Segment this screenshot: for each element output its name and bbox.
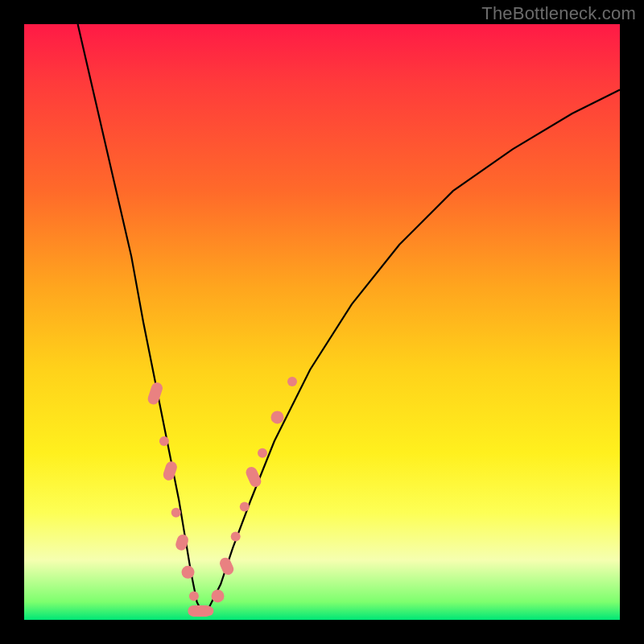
data-marker bbox=[287, 377, 297, 386]
data-marker bbox=[240, 502, 250, 511]
chart-frame: TheBottleneck.com bbox=[0, 0, 644, 644]
data-marker bbox=[171, 508, 181, 518]
data-marker bbox=[182, 566, 195, 579]
data-marker bbox=[271, 411, 284, 423]
watermark-text: TheBottleneck.com bbox=[481, 3, 636, 24]
data-marker bbox=[231, 531, 241, 541]
data-marker bbox=[258, 448, 267, 458]
data-marker bbox=[147, 381, 164, 406]
curve-svg bbox=[24, 24, 620, 620]
plot-area bbox=[24, 24, 620, 620]
data-marker bbox=[212, 589, 225, 602]
data-marker bbox=[162, 460, 179, 481]
data-marker bbox=[159, 436, 169, 446]
data-marker bbox=[204, 606, 213, 616]
data-marker bbox=[189, 591, 199, 601]
bottleneck-curve bbox=[78, 24, 620, 614]
data-marker bbox=[218, 556, 236, 577]
